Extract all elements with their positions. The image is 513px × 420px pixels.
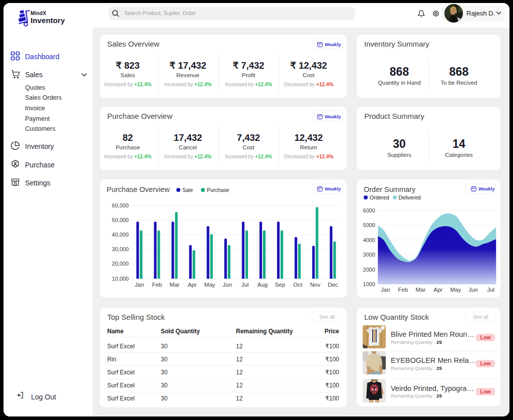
svg-text:1000: 1000 (363, 281, 375, 287)
svg-text:Mar: Mar (170, 282, 180, 288)
svg-text:Apr: Apr (188, 282, 197, 288)
svg-text:3000: 3000 (363, 252, 375, 258)
svg-text:Apr: Apr (434, 287, 443, 293)
svg-text:Aug: Aug (258, 282, 268, 288)
svg-text:4000: 4000 (363, 237, 375, 243)
svg-text:6000: 6000 (363, 207, 375, 214)
svg-text:Feb: Feb (152, 282, 162, 288)
svg-text:Sep: Sep (275, 282, 285, 288)
svg-text:50,000: 50,000 (112, 217, 129, 223)
svg-text:Jun: Jun (223, 282, 232, 288)
svg-text:May: May (450, 287, 461, 293)
svg-text:2000: 2000 (363, 267, 375, 273)
svg-text:Nov: Nov (310, 282, 321, 288)
svg-text:30,000: 30,000 (112, 246, 129, 252)
svg-text:Dec: Dec (328, 282, 338, 288)
svg-text:Mar: Mar (415, 287, 425, 293)
svg-text:May: May (204, 282, 215, 288)
svg-text:5000: 5000 (363, 222, 375, 228)
svg-text:20,000: 20,000 (112, 261, 129, 267)
svg-text:Oct: Oct (293, 282, 303, 288)
svg-text:Jun: Jun (468, 287, 478, 293)
svg-text:Jan: Jan (381, 287, 390, 293)
svg-text:Jul: Jul (241, 282, 249, 288)
svg-text:40,000: 40,000 (112, 232, 129, 238)
svg-text:Jul: Jul (487, 287, 494, 293)
svg-text:10,000: 10,000 (112, 276, 129, 282)
svg-text:Feb: Feb (398, 287, 408, 293)
svg-text:Jan: Jan (135, 282, 144, 288)
svg-text:60,000: 60,000 (112, 202, 129, 208)
